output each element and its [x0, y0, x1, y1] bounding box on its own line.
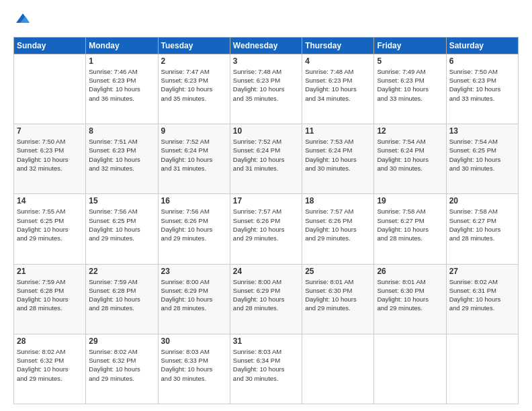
- day-number: 27: [449, 267, 515, 276]
- header-saturday: Saturday: [446, 37, 518, 54]
- calendar-week-row: 7Sunrise: 7:50 AM Sunset: 6:23 PM Daylig…: [14, 124, 519, 194]
- day-info: Sunrise: 7:48 AM Sunset: 6:23 PM Dayligh…: [233, 67, 299, 103]
- day-info: Sunrise: 7:57 AM Sunset: 6:26 PM Dayligh…: [233, 207, 299, 242]
- day-number: 14: [17, 196, 83, 205]
- header-tuesday: Tuesday: [158, 37, 230, 54]
- day-number: 11: [305, 126, 371, 136]
- day-number: 5: [377, 56, 443, 66]
- day-info: Sunrise: 8:00 AM Sunset: 6:29 PM Dayligh…: [161, 277, 227, 313]
- day-number: 13: [449, 126, 515, 136]
- calendar-cell: 17Sunrise: 7:57 AM Sunset: 6:26 PM Dayli…: [230, 194, 302, 264]
- day-number: 17: [233, 196, 299, 205]
- calendar-cell: 6Sunrise: 7:50 AM Sunset: 6:23 PM Daylig…: [446, 54, 518, 124]
- header: [13, 13, 519, 29]
- day-number: 24: [233, 267, 299, 276]
- header-monday: Monday: [86, 37, 158, 54]
- day-number: 8: [89, 126, 154, 136]
- calendar-cell: 13Sunrise: 7:54 AM Sunset: 6:25 PM Dayli…: [446, 124, 518, 194]
- day-info: Sunrise: 7:54 AM Sunset: 6:25 PM Dayligh…: [449, 137, 515, 173]
- header-friday: Friday: [374, 37, 446, 54]
- day-number: 9: [161, 126, 227, 136]
- calendar-week-row: 1Sunrise: 7:46 AM Sunset: 6:23 PM Daylig…: [14, 54, 519, 124]
- calendar-cell: 8Sunrise: 7:51 AM Sunset: 6:23 PM Daylig…: [86, 124, 158, 194]
- day-info: Sunrise: 7:46 AM Sunset: 6:23 PM Dayligh…: [89, 67, 154, 103]
- day-info: Sunrise: 8:03 AM Sunset: 6:34 PM Dayligh…: [233, 347, 299, 383]
- day-info: Sunrise: 7:52 AM Sunset: 6:24 PM Dayligh…: [233, 137, 299, 173]
- calendar-cell: 5Sunrise: 7:49 AM Sunset: 6:23 PM Daylig…: [374, 54, 446, 124]
- day-number: 7: [17, 126, 83, 136]
- day-info: Sunrise: 7:53 AM Sunset: 6:24 PM Dayligh…: [305, 137, 371, 173]
- calendar-cell: [374, 334, 446, 404]
- calendar-week-row: 21Sunrise: 7:59 AM Sunset: 6:28 PM Dayli…: [14, 264, 519, 334]
- day-info: Sunrise: 7:50 AM Sunset: 6:23 PM Dayligh…: [17, 137, 83, 173]
- calendar-cell: 2Sunrise: 7:47 AM Sunset: 6:23 PM Daylig…: [158, 54, 230, 124]
- day-number: 21: [17, 267, 83, 276]
- day-info: Sunrise: 8:01 AM Sunset: 6:30 PM Dayligh…: [377, 277, 443, 313]
- calendar-cell: 23Sunrise: 8:00 AM Sunset: 6:29 PM Dayli…: [158, 264, 230, 334]
- day-number: 1: [89, 56, 154, 66]
- day-info: Sunrise: 7:49 AM Sunset: 6:23 PM Dayligh…: [377, 67, 443, 103]
- day-number: 22: [89, 267, 154, 276]
- day-info: Sunrise: 7:56 AM Sunset: 6:26 PM Dayligh…: [161, 207, 227, 242]
- day-number: 30: [161, 336, 227, 346]
- day-number: 18: [305, 196, 371, 205]
- day-number: 3: [233, 56, 299, 66]
- header-sunday: Sunday: [14, 37, 86, 54]
- day-info: Sunrise: 7:54 AM Sunset: 6:24 PM Dayligh…: [377, 137, 443, 173]
- day-info: Sunrise: 7:59 AM Sunset: 6:28 PM Dayligh…: [17, 277, 83, 313]
- day-info: Sunrise: 8:03 AM Sunset: 6:33 PM Dayligh…: [161, 347, 227, 383]
- day-info: Sunrise: 8:00 AM Sunset: 6:29 PM Dayligh…: [233, 277, 299, 313]
- page: Sunday Monday Tuesday Wednesday Thursday…: [0, 0, 532, 411]
- calendar-table: Sunday Monday Tuesday Wednesday Thursday…: [13, 37, 519, 404]
- calendar-cell: 20Sunrise: 7:58 AM Sunset: 6:27 PM Dayli…: [446, 194, 518, 264]
- calendar-cell: 18Sunrise: 7:57 AM Sunset: 6:26 PM Dayli…: [302, 194, 374, 264]
- calendar-cell: 24Sunrise: 8:00 AM Sunset: 6:29 PM Dayli…: [230, 264, 302, 334]
- logo-icon: [15, 11, 30, 26]
- logo-text: [13, 13, 30, 29]
- day-info: Sunrise: 7:57 AM Sunset: 6:26 PM Dayligh…: [305, 207, 371, 242]
- calendar-cell: [14, 54, 86, 124]
- day-info: Sunrise: 8:02 AM Sunset: 6:32 PM Dayligh…: [17, 347, 83, 383]
- calendar-cell: 12Sunrise: 7:54 AM Sunset: 6:24 PM Dayli…: [374, 124, 446, 194]
- day-info: Sunrise: 7:56 AM Sunset: 6:25 PM Dayligh…: [89, 207, 154, 242]
- day-info: Sunrise: 8:01 AM Sunset: 6:30 PM Dayligh…: [305, 277, 371, 313]
- day-number: 16: [161, 196, 227, 205]
- calendar-cell: 22Sunrise: 7:59 AM Sunset: 6:28 PM Dayli…: [86, 264, 158, 334]
- calendar-cell: 9Sunrise: 7:52 AM Sunset: 6:24 PM Daylig…: [158, 124, 230, 194]
- calendar-week-row: 28Sunrise: 8:02 AM Sunset: 6:32 PM Dayli…: [14, 334, 519, 404]
- day-info: Sunrise: 7:59 AM Sunset: 6:28 PM Dayligh…: [89, 277, 154, 313]
- day-info: Sunrise: 7:58 AM Sunset: 6:27 PM Dayligh…: [377, 207, 443, 242]
- calendar-cell: 11Sunrise: 7:53 AM Sunset: 6:24 PM Dayli…: [302, 124, 374, 194]
- calendar-cell: 25Sunrise: 8:01 AM Sunset: 6:30 PM Dayli…: [302, 264, 374, 334]
- day-number: 2: [161, 56, 227, 66]
- calendar-cell: 26Sunrise: 8:01 AM Sunset: 6:30 PM Dayli…: [374, 264, 446, 334]
- calendar-cell: 31Sunrise: 8:03 AM Sunset: 6:34 PM Dayli…: [230, 334, 302, 404]
- calendar-cell: 7Sunrise: 7:50 AM Sunset: 6:23 PM Daylig…: [14, 124, 86, 194]
- header-thursday: Thursday: [302, 37, 374, 54]
- day-info: Sunrise: 7:58 AM Sunset: 6:27 PM Dayligh…: [449, 207, 515, 242]
- calendar-cell: 1Sunrise: 7:46 AM Sunset: 6:23 PM Daylig…: [86, 54, 158, 124]
- weekday-header-row: Sunday Monday Tuesday Wednesday Thursday…: [14, 37, 519, 54]
- calendar-week-row: 14Sunrise: 7:55 AM Sunset: 6:25 PM Dayli…: [14, 194, 519, 264]
- calendar-cell: 14Sunrise: 7:55 AM Sunset: 6:25 PM Dayli…: [14, 194, 86, 264]
- day-number: 19: [377, 196, 443, 205]
- day-info: Sunrise: 7:55 AM Sunset: 6:25 PM Dayligh…: [17, 207, 83, 242]
- calendar-cell: 27Sunrise: 8:02 AM Sunset: 6:31 PM Dayli…: [446, 264, 518, 334]
- day-info: Sunrise: 8:02 AM Sunset: 6:32 PM Dayligh…: [89, 347, 154, 383]
- day-number: 12: [377, 126, 443, 136]
- calendar-cell: 30Sunrise: 8:03 AM Sunset: 6:33 PM Dayli…: [158, 334, 230, 404]
- calendar-cell: [446, 334, 518, 404]
- calendar-cell: 10Sunrise: 7:52 AM Sunset: 6:24 PM Dayli…: [230, 124, 302, 194]
- header-wednesday: Wednesday: [230, 37, 302, 54]
- day-number: 23: [161, 267, 227, 276]
- calendar-cell: [302, 334, 374, 404]
- calendar-cell: 19Sunrise: 7:58 AM Sunset: 6:27 PM Dayli…: [374, 194, 446, 264]
- day-number: 20: [449, 196, 515, 205]
- day-number: 29: [89, 336, 154, 346]
- day-number: 31: [233, 336, 299, 346]
- day-number: 28: [17, 336, 83, 346]
- calendar-cell: 21Sunrise: 7:59 AM Sunset: 6:28 PM Dayli…: [14, 264, 86, 334]
- calendar-cell: 16Sunrise: 7:56 AM Sunset: 6:26 PM Dayli…: [158, 194, 230, 264]
- day-number: 4: [305, 56, 371, 66]
- day-number: 6: [449, 56, 515, 66]
